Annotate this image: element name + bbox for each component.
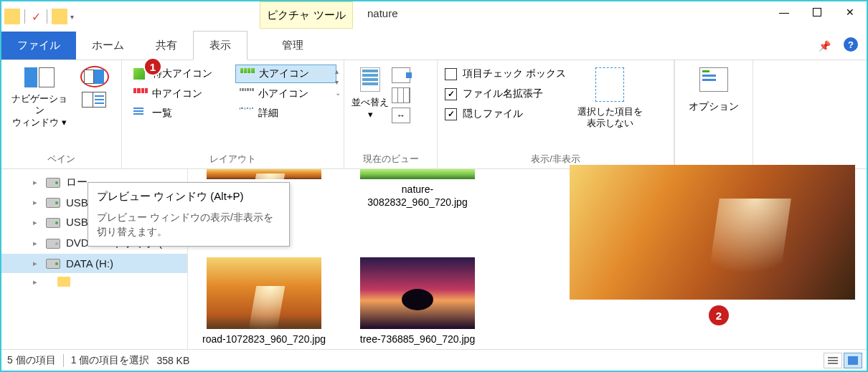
qat-customize-dropdown[interactable]: ▾ (70, 13, 74, 21)
file-thumbnail (360, 257, 475, 329)
item-checkboxes-toggle[interactable]: 項目チェック ボックス (445, 67, 566, 80)
tab-home[interactable]: ホーム (76, 32, 140, 59)
file-thumbnail (207, 169, 321, 179)
separator (24, 9, 25, 24)
tree-label: DATA (H:) (66, 257, 113, 270)
hidden-files-toggle[interactable]: ✓隠しファイル (445, 108, 566, 120)
layout-label: 大アイコン (259, 67, 309, 80)
options-button[interactable]: オプション (682, 65, 745, 113)
ribbon-group-layout: 特大アイコン 大アイコン 中アイコン 小アイコン 一覧 詳細 ▴▾⌄ レイアウト (122, 60, 344, 168)
checkbox-icon: ✓ (445, 88, 457, 100)
tab-view[interactable]: 表示 (193, 31, 247, 60)
navigation-pane-icon (24, 67, 55, 87)
checkbox-icon: ✓ (445, 108, 457, 120)
qat-properties-icon[interactable]: ✓ (29, 10, 42, 23)
annotation-badge-2: 2 (709, 305, 729, 325)
layout-label: 小アイコン (258, 87, 308, 100)
tree-label: ロー (66, 176, 88, 189)
ribbon-group-label: 表示/非表示 (438, 153, 674, 166)
layout-large-icons[interactable]: 大アイコン (235, 65, 337, 83)
layout-details[interactable]: 詳細 (235, 105, 337, 122)
file-thumbnail (207, 257, 321, 329)
tree-item-folder[interactable]: ▸ (1, 273, 187, 290)
ribbon-group-options: オプション (674, 60, 753, 168)
ribbon-group-label: レイアウト (122, 153, 344, 166)
file-extensions-toggle[interactable]: ✓ファイル名拡張子 (445, 87, 566, 100)
layout-gallery-scrollbar[interactable]: ▴▾⌄ (335, 67, 341, 97)
folder-icon (57, 277, 70, 287)
annotation-badge-1: 1 (143, 57, 162, 76)
file-item[interactable]: tree-736885_960_720.jpg (353, 257, 482, 346)
hide-label: 選択した項目を 表示しない (577, 106, 643, 130)
status-item-count: 5 個の項目 (7, 354, 56, 367)
status-selection-size: 358 KB (156, 355, 189, 366)
file-thumbnail (360, 169, 475, 179)
options-icon (699, 67, 728, 92)
tab-manage[interactable]: 管理 (266, 32, 319, 59)
options-label: オプション (689, 100, 739, 113)
file-name: nature-3082832_960_720.jpg (353, 183, 482, 209)
details-pane-button[interactable] (82, 92, 108, 108)
status-view-details[interactable] (824, 353, 842, 368)
separator (63, 354, 64, 367)
ribbon-group-label: ペイン (1, 153, 121, 166)
navigation-pane-button[interactable]: ナビゲーション ウィンドウ ▾ (9, 65, 70, 128)
preview-pane: 2 (565, 169, 867, 350)
minimize-button[interactable]: — (768, 1, 801, 23)
ribbon-group-current-view: 並べ替え ▾ ↔ 現在のビュー (344, 60, 438, 168)
tooltip-preview-window: プレビュー ウィンドウ (Alt+P) プレビュー ウィンドウの表示/非表示を切… (88, 182, 290, 247)
fit-columns-button[interactable]: ↔ (392, 108, 410, 123)
qat-new-folder-icon[interactable] (52, 9, 67, 24)
qat-folder-icon (4, 9, 20, 24)
hide-selected-button[interactable]: 選択した項目を 表示しない (577, 67, 643, 130)
maximize-button[interactable] (801, 1, 834, 23)
window-title: nature (367, 7, 398, 19)
layout-small-icons[interactable]: 小アイコン (235, 85, 337, 102)
separator (47, 9, 47, 24)
tab-file[interactable]: ファイル (1, 32, 76, 59)
checkbox-label: ファイル名拡張子 (463, 87, 543, 100)
status-bar: 5 個の項目 1 個の項目を選択 358 KB (1, 349, 867, 371)
sort-icon (360, 67, 380, 92)
context-tab-picture-tools: ピクチャ ツール (260, 1, 353, 29)
checkbox-icon (445, 68, 457, 80)
status-view-thumbnails[interactable] (844, 353, 862, 368)
preview-pane-button[interactable] (80, 66, 109, 87)
ribbon-group-label: 現在のビュー (344, 153, 437, 166)
layout-label: 一覧 (152, 107, 172, 120)
file-item[interactable]: nature-3082832_960_720.jpg (353, 169, 482, 209)
layout-list[interactable]: 一覧 (129, 105, 231, 122)
drive-icon (46, 178, 60, 188)
status-selection-count: 1 個の項目を選択 (71, 354, 150, 367)
ribbon-group-pane: ナビゲーション ウィンドウ ▾ 1 ペイン (1, 60, 122, 168)
help-icon[interactable]: ? (844, 37, 858, 52)
size-columns-button[interactable] (392, 87, 410, 103)
preview-image (570, 165, 855, 300)
file-name: road-1072823_960_720.jpg (202, 333, 326, 346)
drive-icon (46, 218, 60, 228)
close-button[interactable]: ✕ (834, 1, 867, 23)
drive-icon (46, 198, 60, 208)
drive-icon (46, 259, 60, 269)
tab-share[interactable]: 共有 (140, 32, 193, 59)
dvd-drive-icon (46, 239, 60, 249)
file-item[interactable]: road-1072823_960_720.jpg (199, 257, 329, 346)
sort-by-button[interactable]: 並べ替え ▾ (352, 67, 389, 120)
checkbox-label: 項目チェック ボックス (463, 67, 566, 80)
checkbox-label: 隠しファイル (463, 108, 523, 120)
ribbon-group-show-hide: 項目チェック ボックス ✓ファイル名拡張子 ✓隠しファイル 選択した項目を 表示… (438, 60, 674, 168)
tree-label: USB (66, 196, 88, 209)
tooltip-title: プレビュー ウィンドウ (Alt+P) (97, 190, 280, 204)
layout-label: 中アイコン (152, 87, 202, 100)
hide-icon (595, 67, 624, 102)
layout-medium-icons[interactable]: 中アイコン (129, 85, 231, 102)
add-columns-button[interactable] (392, 67, 410, 83)
tooltip-description: プレビュー ウィンドウの表示/非表示を切り替えます。 (97, 211, 280, 239)
layout-label: 詳細 (258, 107, 278, 120)
pin-ribbon-icon[interactable]: 📌 (819, 40, 831, 52)
navigation-pane-label: ナビゲーション ウィンドウ ▾ (9, 93, 70, 128)
file-name: tree-736885_960_720.jpg (360, 333, 475, 346)
tree-item-data-h[interactable]: ▸DATA (H:) (1, 254, 187, 273)
sort-label: 並べ替え ▾ (352, 96, 389, 120)
